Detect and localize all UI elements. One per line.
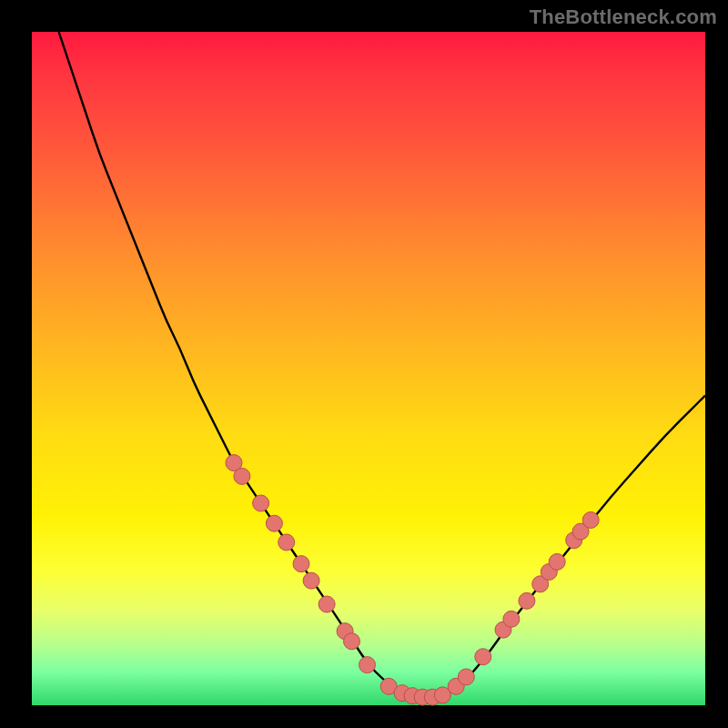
curve-marker (519, 592, 535, 609)
chart-svg (32, 32, 705, 705)
curve-marker (318, 596, 335, 612)
watermark-text: TheBottleneck.com (530, 5, 717, 29)
curve-marker (253, 495, 269, 511)
curve-markers (226, 455, 599, 706)
chart-frame: TheBottleneck.com (0, 0, 728, 728)
curve-marker (344, 633, 360, 650)
curve-marker (503, 611, 520, 627)
bottleneck-curve (59, 32, 705, 698)
curve-marker (458, 669, 474, 685)
curve-marker (266, 515, 282, 531)
curve-marker (234, 468, 250, 484)
curve-marker (549, 553, 565, 570)
curve-marker (293, 556, 309, 572)
curve-marker (303, 572, 319, 589)
curve-marker (582, 512, 599, 529)
curve-marker (359, 657, 376, 673)
curve-marker (475, 649, 491, 665)
plot-area (32, 32, 705, 705)
curve-marker (278, 534, 295, 551)
